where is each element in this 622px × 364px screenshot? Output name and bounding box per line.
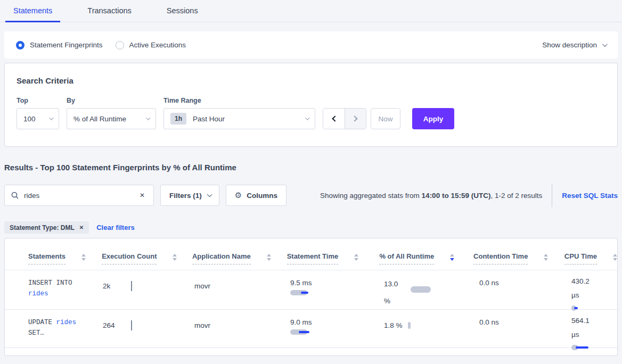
pct-runtime-cell: 13.0 % [384,270,479,309]
column-header-cpu-time[interactable]: CPU Time [564,252,617,270]
cpu-time-bar [571,305,593,311]
columns-button-label: Columns [247,192,277,200]
contention-time-cell: 0.0 ns [479,270,571,309]
column-header-application-name[interactable]: Application Name [192,252,287,270]
by-field-label: By [67,97,156,104]
column-header-statement-time[interactable]: Statement Time [287,252,380,270]
statement-cell[interactable]: INSERT INTO rides [28,270,103,309]
by-field-group: By % of All Runtime [67,97,156,129]
filters-button[interactable]: Filters (1) [160,185,219,206]
sort-icon-active-desc[interactable] [450,254,454,261]
statement-link[interactable]: rides [56,319,77,326]
statement-suffix: SET… [28,328,103,338]
search-criteria-form: Top 100 By % of All Runtime Time Range 1… [17,97,605,129]
sort-icon[interactable] [267,254,271,261]
sort-icon[interactable] [613,254,617,261]
columns-button[interactable]: ⚙ Columns [226,185,287,206]
tab-sessions[interactable]: Sessions [159,0,206,22]
cpu-time-value: 564.1 µs [571,314,595,342]
statement-link[interactable]: rides [28,288,103,299]
apply-button[interactable]: Apply [412,108,454,129]
chevron-left-icon [332,115,338,121]
column-header-label[interactable]: Application Name [192,252,251,264]
show-description-toggle[interactable]: Show description [542,41,606,49]
column-header-label[interactable]: Statements [28,252,66,264]
tab-statements[interactable]: Statements [5,0,60,22]
column-header-label[interactable]: Execution Count [102,252,157,264]
sort-icon[interactable] [544,254,548,261]
column-header-label[interactable]: Contention Time [473,252,528,264]
reset-sql-stats-link[interactable]: Reset SQL Stats [562,192,618,200]
time-range-pager [323,108,366,129]
statement-keyword: UPDATE [28,319,52,326]
search-criteria-panel: Search Criteria Top 100 By % of All Runt… [4,63,618,147]
cpu-time-cell: 430.2 µs [571,270,617,309]
time-range-field-label: Time Range [163,97,315,104]
stats-suffix: , 1-2 of 2 results [490,192,542,200]
gear-icon: ⚙ [235,191,242,200]
column-header-pct-all-runtime[interactable]: % of All Runtime [379,252,473,270]
column-header-label[interactable]: % of All Runtime [379,252,434,264]
chevron-down-icon [146,115,150,120]
time-range-field-group: Time Range 1h Past Hour [163,97,315,129]
next-time-range-button[interactable] [345,109,366,129]
column-header-execution-count[interactable]: Execution Count [102,252,192,270]
now-button[interactable]: Now [371,108,400,129]
statement-time-cell: 9.5 ms [290,270,384,309]
table-row-update-rides[interactable]: UPDATE rides SET… 264 movr 9.0 ms 1.8 % … [5,309,617,348]
clear-search-icon[interactable]: ✕ [137,191,147,200]
statement-time-value: 9.0 ms [290,318,384,326]
column-header-label[interactable]: Statement Time [287,252,339,264]
statement-line-1: UPDATE rides [28,317,103,328]
chevron-down-icon [207,192,212,197]
clear-filters-link[interactable]: Clear filters [96,224,135,231]
execution-count-bar [131,320,132,330]
tab-transactions[interactable]: Transactions [79,0,139,22]
application-name-cell: movr [194,270,290,309]
execution-count-cell: 264 [103,310,194,348]
radio-selected-icon[interactable] [16,41,24,49]
radio-statement-fingerprints-label: Statement Fingerprints [30,41,103,49]
sort-icon[interactable] [354,254,358,261]
search-input[interactable] [24,192,137,200]
sort-icon[interactable] [81,254,86,261]
radio-active-executions-label: Active Executions [129,41,186,49]
sort-icon[interactable] [173,254,177,261]
radio-unselected-icon[interactable] [116,41,124,49]
vertical-divider [552,184,552,207]
statement-time-value: 9.5 ms [290,279,384,287]
previous-time-range-button[interactable] [323,109,345,129]
by-select[interactable]: % of All Runtime [67,108,156,129]
statement-time-cell: 9.0 ms [290,310,384,348]
column-header-statements[interactable]: Statements [28,252,102,270]
statement-time-bar [290,290,312,295]
table-row-insert-rides[interactable]: INSERT INTO rides 2k movr 9.5 ms 13.0 % … [5,270,617,309]
radio-statement-fingerprints[interactable]: Statement Fingerprints [16,41,103,49]
remove-filter-icon[interactable]: ✕ [79,225,84,230]
time-range-badge: 1h [170,113,186,125]
top-field-label: Top [17,97,59,104]
active-filters-row: Statement Type: DML ✕ Clear filters [4,221,618,234]
application-name-cell: movr [194,310,290,348]
stats-summary: Showing aggregated stats from 14:00 to 1… [320,184,618,207]
column-header-label[interactable]: CPU Time [564,252,597,264]
pct-runtime-cell: 1.8 % [384,310,479,348]
statement-search-box[interactable]: ✕ [4,185,154,206]
statement-keyword: INSERT INTO [28,278,103,288]
results-toolbar: ✕ Filters (1) ⚙ Columns Showing aggregat… [4,184,618,207]
time-range-select[interactable]: 1h Past Hour [163,108,315,129]
filters-button-label: Filters (1) [169,192,202,200]
top-select[interactable]: 100 [17,108,59,129]
pct-runtime-value: 1.8 % [384,321,403,329]
view-toggle-bar: Statement Fingerprints Active Executions… [4,31,618,59]
execution-count-bar [131,281,132,291]
radio-active-executions[interactable]: Active Executions [116,41,186,49]
results-heading: Results - Top 100 Statement Fingerprints… [4,163,618,172]
statement-time-bar [290,329,312,335]
pct-runtime-value: 13.0 % [384,276,403,309]
statement-cell[interactable]: UPDATE rides SET… [28,310,103,348]
filter-chip-statement-type[interactable]: Statement Type: DML ✕ [4,221,89,234]
column-header-contention-time[interactable]: Contention Time [473,252,564,270]
show-description-label: Show description [542,41,597,49]
stats-time-range: 14:00 to 15:59 (UTC) [422,192,491,200]
